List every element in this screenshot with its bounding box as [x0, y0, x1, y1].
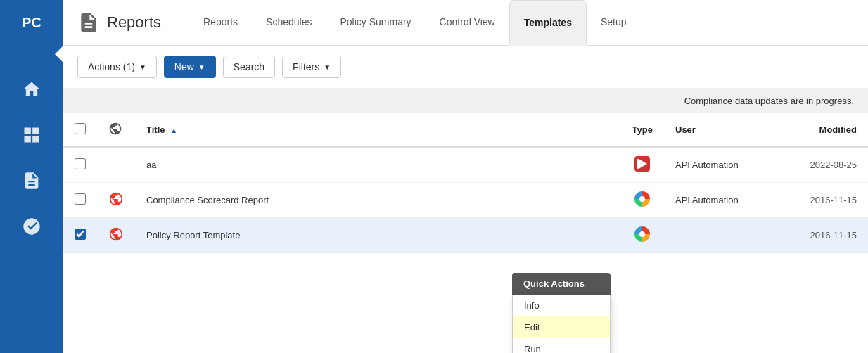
row3-modified-cell: 2016-11-15: [777, 218, 868, 253]
row1-globe-cell: [97, 147, 135, 183]
row2-title: Compliance Scorecard Report: [146, 195, 269, 205]
page-icon: [77, 11, 100, 34]
sidebar-logo: PC: [0, 0, 63, 46]
row3-globe-icon: [108, 226, 124, 242]
row3-type-cell: [621, 218, 664, 253]
row1-user-cell: API Automation: [664, 147, 777, 183]
sidebar-collapse-arrow[interactable]: [0, 46, 63, 63]
row1-user: API Automation: [675, 160, 739, 170]
row2-type-icon: [633, 190, 651, 208]
modified-col-label: Modified: [819, 124, 857, 135]
row2-user: API Automation: [675, 195, 739, 205]
row3-checkbox[interactable]: [75, 229, 86, 240]
quick-action-info[interactable]: Info: [513, 295, 610, 316]
status-bar: Compliance data updates are in progress.: [63, 89, 868, 113]
user-col-label: User: [675, 124, 696, 135]
sidebar: PC: [0, 0, 63, 353]
row2-title-cell: Compliance Scorecard Report: [135, 183, 621, 218]
row1-title: aa: [146, 160, 156, 170]
title-col-header[interactable]: Title ▲: [135, 113, 621, 147]
table-header-row: Title ▲ Type User Modified: [63, 113, 868, 147]
row3-user-cell: tion: [664, 218, 777, 253]
sidebar-item-dashboard[interactable]: [11, 115, 53, 154]
row1-checkbox[interactable]: [75, 158, 86, 169]
row2-globe-icon: [108, 191, 124, 207]
table-row: aa API Automation 2022-08-: [63, 147, 868, 183]
compliance-icon: [22, 217, 42, 236]
row1-type-icon: [633, 155, 651, 173]
row2-user-cell: API Automation: [664, 183, 777, 218]
quick-action-edit[interactable]: Edit: [513, 316, 610, 338]
globe-col-header: [97, 113, 135, 147]
svg-rect-2: [637, 159, 639, 169]
sidebar-navigation: [0, 63, 63, 353]
reports-table: Title ▲ Type User Modified: [63, 113, 868, 253]
home-icon: [22, 79, 42, 99]
row3-type-icon: [633, 225, 651, 243]
tab-schedules[interactable]: Schedules: [252, 0, 326, 46]
svg-point-4: [639, 196, 645, 202]
quick-action-run[interactable]: Run: [513, 338, 610, 353]
sidebar-item-reports[interactable]: [11, 161, 53, 200]
collapse-arrow-icon: [55, 46, 63, 63]
user-col-header: User: [664, 113, 777, 147]
file-report-icon: [22, 171, 42, 191]
header-nav: Reports Schedules Policy Summary Control…: [189, 0, 854, 46]
filters-button[interactable]: Filters ▼: [282, 56, 341, 78]
sort-asc-icon: ▲: [170, 127, 177, 134]
quick-actions-header: Quick Actions: [512, 273, 611, 295]
row2-globe-cell: [97, 183, 135, 218]
row2-checkbox[interactable]: [75, 193, 86, 205]
row3-title-cell: Policy Report Template: [135, 218, 621, 253]
row2-type-cell: [621, 183, 664, 218]
page-header: Reports Reports Schedules Policy Summary…: [63, 0, 868, 46]
page-title: Reports: [107, 13, 161, 32]
row2-modified: 2016-11-15: [810, 195, 857, 205]
tab-setup[interactable]: Setup: [587, 0, 641, 46]
row1-modified: 2022-08-25: [810, 160, 857, 170]
search-button[interactable]: Search: [223, 56, 275, 78]
main-content: Reports Reports Schedules Policy Summary…: [63, 0, 868, 353]
type-col-header: Type: [621, 113, 664, 147]
search-label: Search: [234, 61, 264, 72]
new-label: New: [174, 61, 194, 72]
row3-user: tion: [675, 230, 690, 240]
toolbar: Actions (1) ▼ New ▼ Search Filters ▼: [63, 46, 868, 89]
table-row: Compliance Scorecard Report: [63, 183, 868, 218]
sidebar-item-home[interactable]: [11, 70, 53, 108]
filters-label: Filters: [293, 61, 319, 72]
select-all-col: [63, 113, 97, 147]
table-row: Policy Report Template: [63, 218, 868, 253]
row3-checkbox-cell: [63, 218, 97, 253]
row1-checkbox-cell: [63, 147, 97, 183]
select-all-checkbox[interactable]: [75, 123, 86, 134]
row3-modified: 2016-11-15: [810, 230, 857, 240]
new-button[interactable]: New ▼: [164, 56, 216, 78]
row3-title: Policy Report Template: [146, 230, 240, 240]
row3-globe-cell: [97, 218, 135, 253]
actions-chevron-icon: ▼: [139, 63, 146, 71]
actions-button[interactable]: Actions (1) ▼: [77, 56, 157, 78]
tab-reports[interactable]: Reports: [189, 0, 252, 46]
dashboard-icon: [22, 125, 42, 145]
actions-label: Actions (1): [88, 61, 135, 72]
table-container: Title ▲ Type User Modified: [63, 113, 868, 353]
quick-actions-menu: Info Edit Run: [512, 295, 611, 353]
tab-policy-summary[interactable]: Policy Summary: [326, 0, 425, 46]
tab-templates[interactable]: Templates: [509, 0, 587, 46]
tab-control-view[interactable]: Control View: [426, 0, 509, 46]
row2-checkbox-cell: [63, 183, 97, 218]
row1-type-cell: [621, 147, 664, 183]
type-col-label: Type: [632, 124, 653, 135]
svg-point-6: [639, 231, 645, 237]
modified-col-header: Modified: [777, 113, 868, 147]
row1-title-cell: aa: [135, 147, 621, 183]
row2-modified-cell: 2016-11-15: [777, 183, 868, 218]
title-col-label: Title: [146, 124, 165, 135]
status-message: Compliance data updates are in progress.: [684, 96, 854, 106]
globe-header-icon: [108, 122, 122, 136]
filters-chevron-icon: ▼: [324, 63, 331, 71]
sidebar-item-compliance[interactable]: [11, 207, 53, 245]
new-chevron-icon: ▼: [198, 63, 205, 71]
row1-modified-cell: 2022-08-25: [777, 147, 868, 183]
